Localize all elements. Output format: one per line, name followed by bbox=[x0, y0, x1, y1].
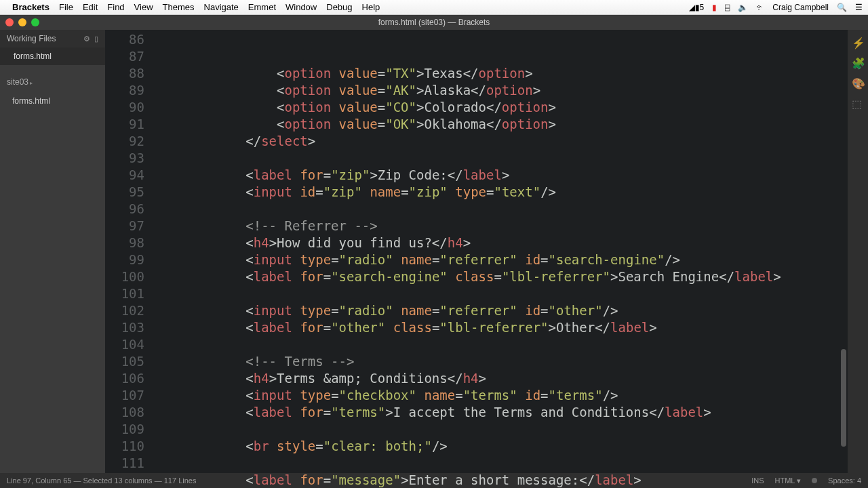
code-line[interactable]: <option value="AK">Alaska</option> bbox=[153, 82, 848, 99]
palette-icon[interactable]: 🎨 bbox=[852, 77, 864, 89]
gear-icon[interactable]: ⚙ bbox=[83, 35, 90, 43]
code-line[interactable] bbox=[153, 285, 848, 302]
code-line[interactable]: <h4>Terms &amp; Conditions</h4> bbox=[153, 370, 848, 387]
code-line[interactable]: <label for="other" class="lbl-referrer">… bbox=[153, 319, 848, 336]
project-dropdown[interactable]: site03 bbox=[0, 72, 105, 92]
window-title: forms.html (site03) — Brackets bbox=[378, 18, 490, 27]
code-line[interactable]: <option value="OK">Oklahoma</option> bbox=[153, 116, 848, 133]
user-name[interactable]: Craig Campbell bbox=[772, 3, 829, 12]
hamburger-icon[interactable]: ☰ bbox=[855, 3, 863, 12]
editor[interactable]: 8687888990919293949596979899100101102103… bbox=[105, 30, 848, 473]
menu-help[interactable]: Help bbox=[362, 2, 380, 12]
code-line[interactable] bbox=[153, 150, 848, 167]
extension-icon[interactable]: 🧩 bbox=[852, 57, 864, 69]
adobe-icon[interactable]: ◢▮5 bbox=[689, 3, 705, 12]
working-file-item[interactable]: forms.html bbox=[0, 47, 105, 65]
code-line[interactable]: <label for="zip">Zip Code:</label> bbox=[153, 167, 848, 184]
menu-view[interactable]: View bbox=[134, 2, 153, 12]
app-name[interactable]: Brackets bbox=[12, 2, 50, 12]
scroll-thumb[interactable] bbox=[841, 349, 846, 447]
minimize-window-button[interactable] bbox=[18, 18, 26, 26]
window-titlebar: forms.html (site03) — Brackets bbox=[0, 15, 868, 30]
scrollbar[interactable] bbox=[841, 30, 846, 473]
airplay-icon[interactable]: ⌸ bbox=[725, 3, 730, 12]
spotlight-icon[interactable]: 🔍 bbox=[837, 3, 847, 12]
line-gutter: 8687888990919293949596979899100101102103… bbox=[105, 30, 153, 473]
code-line[interactable]: <h4>How did you find us?</h4> bbox=[153, 235, 848, 251]
menu-window[interactable]: Window bbox=[285, 2, 317, 12]
menu-debug[interactable]: Debug bbox=[326, 2, 352, 12]
menu-themes[interactable]: Themes bbox=[163, 2, 195, 12]
volume-icon[interactable]: 🔈 bbox=[738, 3, 748, 12]
working-files-label: Working Files bbox=[7, 34, 56, 43]
menu-emmet[interactable]: Emmet bbox=[248, 2, 276, 12]
code-line[interactable]: <input id="zip" name="zip" type="text"/> bbox=[153, 184, 848, 201]
code-line[interactable]: <input type="radio" name="referrer" id="… bbox=[153, 251, 848, 268]
code-line[interactable] bbox=[153, 421, 848, 438]
menu-edit[interactable]: Edit bbox=[83, 2, 98, 12]
code-line[interactable]: <label for="message">Enter a short messa… bbox=[153, 472, 848, 488]
code-line[interactable]: <!-- Terms --> bbox=[153, 353, 848, 370]
module-icon[interactable]: ⬚ bbox=[852, 98, 864, 110]
wifi-icon[interactable]: ᯤ bbox=[756, 3, 764, 12]
code-line[interactable]: <label for="terms">I accept the Terms an… bbox=[153, 404, 848, 421]
code-line[interactable]: <!-- Referrer --> bbox=[153, 218, 848, 235]
code-line[interactable]: <br style="clear: both;"/> bbox=[153, 438, 848, 455]
code-line[interactable] bbox=[153, 201, 848, 218]
live-preview-icon[interactable]: ⚡ bbox=[852, 37, 864, 49]
split-icon[interactable]: ▯ bbox=[94, 35, 98, 43]
zoom-window-button[interactable] bbox=[31, 18, 39, 26]
code-line[interactable]: </select> bbox=[153, 133, 848, 150]
right-toolbar: ⚡ 🧩 🎨 ⬚ bbox=[848, 30, 868, 473]
code-line[interactable]: <label for="search-engine" class="lbl-re… bbox=[153, 268, 848, 285]
code-area[interactable]: <option value="TX">Texas</option> <optio… bbox=[153, 30, 848, 473]
code-line[interactable]: <option value="CO">Colorado</option> bbox=[153, 99, 848, 116]
sidebar: Working Files ⚙ ▯ forms.html site03 form… bbox=[0, 30, 105, 473]
working-files-header[interactable]: Working Files ⚙ ▯ bbox=[0, 30, 105, 47]
project-file-item[interactable]: forms.html bbox=[0, 92, 105, 110]
code-line[interactable] bbox=[153, 455, 848, 472]
code-line[interactable]: <input type="checkbox" name="terms" id="… bbox=[153, 387, 848, 404]
close-window-button[interactable] bbox=[5, 18, 14, 26]
record-icon[interactable]: ▮ bbox=[712, 3, 717, 12]
code-line[interactable]: <input type="radio" name="referrer" id="… bbox=[153, 302, 848, 319]
code-line[interactable]: <option value="TX">Texas</option> bbox=[153, 65, 848, 82]
code-line[interactable] bbox=[153, 336, 848, 353]
macos-menubar: Brackets FileEditFindViewThemesNavigateE… bbox=[0, 0, 868, 15]
menu-find[interactable]: Find bbox=[107, 2, 124, 12]
menu-navigate[interactable]: Navigate bbox=[204, 2, 239, 12]
menu-file[interactable]: File bbox=[59, 2, 73, 12]
